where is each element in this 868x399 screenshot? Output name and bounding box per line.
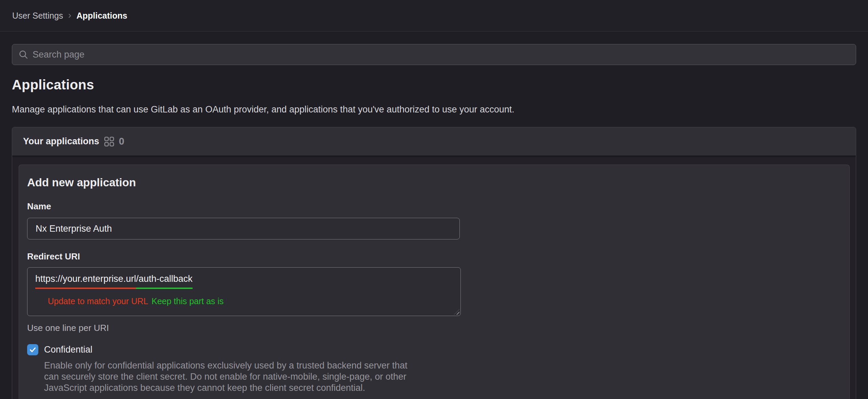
check-icon	[29, 346, 37, 354]
redirect-uri-label: Redirect URI	[27, 251, 849, 262]
confidential-help-text: Enable only for confidential application…	[44, 360, 849, 394]
add-application-title: Add new application	[27, 176, 849, 189]
applications-count-badge: 0	[119, 136, 124, 147]
breadcrumb-applications: Applications	[76, 11, 127, 21]
confidential-label[interactable]: Confidential	[44, 344, 93, 355]
chevron-right-icon: ›	[68, 10, 71, 21]
add-new-application-card: Add new application Name Redirect URI ht…	[19, 165, 850, 399]
resize-grip-icon[interactable]	[454, 309, 459, 315]
your-applications-body: Add new application Name Redirect URI ht…	[12, 157, 856, 399]
confidential-checkbox-row[interactable]: Confidential	[27, 344, 849, 355]
confidential-checkbox[interactable]	[27, 344, 38, 355]
redirect-uri-value-red-part: https://your.enterprise.url	[35, 273, 136, 285]
page-title: Applications	[12, 77, 94, 92]
grid-squares-icon	[104, 136, 114, 147]
top-bar: User Settings › Applications	[0, 0, 868, 31]
page-description: Manage applications that can use GitLab …	[12, 104, 514, 115]
annotation-keep-part: Keep this part as is	[152, 296, 224, 306]
name-label: Name	[27, 201, 849, 212]
redirect-uri-hint: Use one line per URI	[27, 322, 849, 333]
search-icon	[18, 49, 28, 60]
application-name-input[interactable]	[27, 218, 460, 239]
search-input[interactable]	[33, 49, 850, 60]
help-line: can securely store the client secret. Do…	[44, 371, 849, 382]
your-applications-section: Your applications 0 Add new application …	[12, 127, 856, 399]
redirect-uri-textarea[interactable]: https://your.enterprise.url/auth-callbac…	[27, 267, 461, 316]
breadcrumb-user-settings[interactable]: User Settings	[12, 11, 63, 21]
search-box[interactable]	[12, 44, 856, 65]
your-applications-header: Your applications 0	[12, 127, 856, 157]
help-line: Enable only for confidential application…	[44, 360, 849, 371]
redirect-uri-value-green-part: /auth-callback	[136, 273, 193, 285]
help-line: JavaScript applications because they can…	[44, 382, 849, 394]
annotation-update-url: Update to match your URL	[48, 296, 148, 306]
breadcrumb: User Settings › Applications	[12, 10, 127, 21]
your-applications-title: Your applications	[23, 136, 99, 147]
